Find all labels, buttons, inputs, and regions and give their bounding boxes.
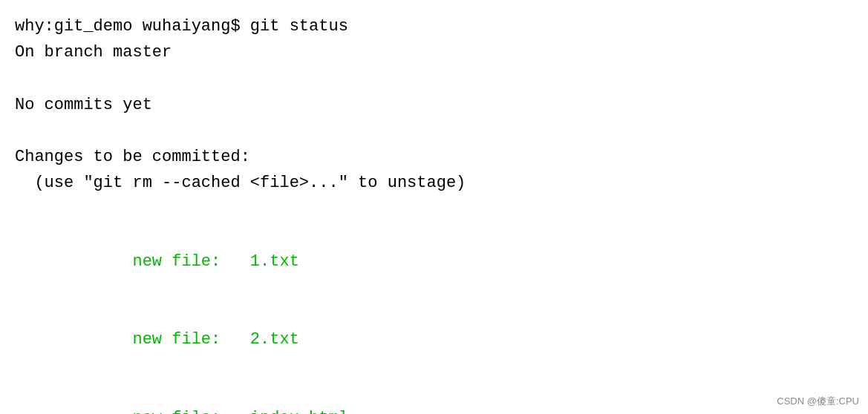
empty-line-2: [15, 118, 853, 144]
file2-label: new file:: [54, 330, 250, 349]
terminal-file-1: new file: 1.txt: [15, 223, 853, 301]
terminal-file-2: new file: 2.txt: [15, 300, 853, 379]
terminal-line-4: No commits yet: [15, 92, 853, 118]
empty-line-3: [15, 196, 853, 222]
file3-label: new file:: [54, 409, 250, 414]
file2-name: 2.txt: [250, 330, 299, 349]
terminal-file-3: new file: index.html: [15, 379, 853, 414]
empty-line-1: [15, 65, 853, 91]
terminal-line-6: Changes to be committed:: [15, 144, 853, 170]
file1-label: new file:: [54, 252, 250, 271]
terminal-line-2: On branch master: [15, 39, 853, 65]
file3-name: index.html: [250, 409, 348, 414]
watermark: CSDN @傻童:CPU: [777, 395, 859, 408]
terminal-window: why:git_demo wuhaiyang$ git status On br…: [0, 0, 868, 414]
terminal-line-7: (use "git rm --cached <file>..." to unst…: [15, 170, 853, 196]
file1-name: 1.txt: [250, 252, 299, 271]
terminal-line-1: why:git_demo wuhaiyang$ git status: [15, 13, 853, 39]
